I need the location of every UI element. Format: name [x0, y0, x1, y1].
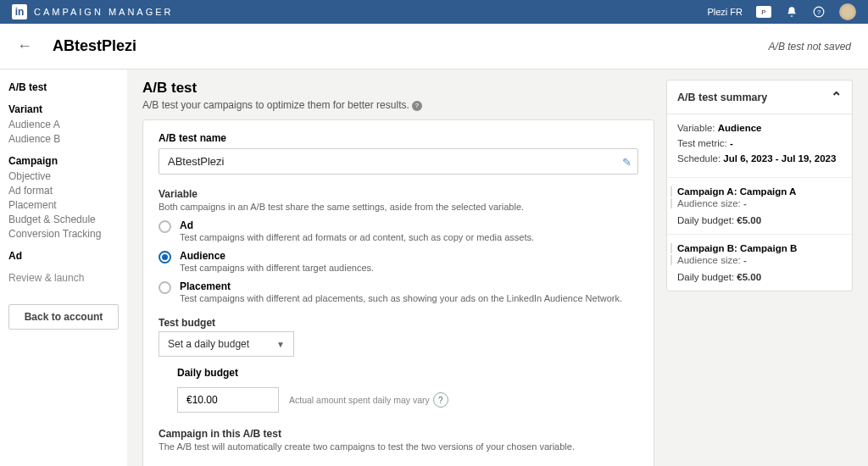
summary-metric: Test metric: - — [677, 138, 842, 148]
summary-campaign-b: Campaign B: Campaign B Audience size: - … — [667, 234, 852, 291]
budget-select-value: Set a daily budget — [168, 338, 249, 350]
topbar-right: Plezi FR P ? — [707, 3, 856, 20]
daily-budget-label: Daily budget — [177, 367, 638, 379]
sidebar-ab-test[interactable]: A/B test — [8, 81, 119, 93]
sidebar-campaign-head: Campaign — [8, 155, 119, 167]
sidebar-item-audience-a[interactable]: Audience A — [8, 119, 119, 130]
sidebar-item-conversion-tracking[interactable]: Conversion Tracking — [8, 228, 119, 240]
help-icon[interactable]: ? — [812, 5, 826, 19]
daily-budget-hint: Actual amount spent daily may vary ? — [289, 392, 448, 408]
radio-placement-icon[interactable] — [159, 281, 171, 294]
sidebar: A/B test Variant Audience A Audience B C… — [0, 69, 127, 466]
summary-schedule: Schedule: Jul 6, 2023 - Jul 19, 2023 — [677, 153, 842, 164]
summary-head[interactable]: A/B test summary ⌃ — [667, 80, 852, 114]
name-label: A/B test name — [159, 132, 638, 144]
radio-placement-label: Placement — [180, 280, 622, 292]
summary-camp-b-name: Campaign B: Campaign B — [670, 243, 842, 253]
radio-audience-icon[interactable] — [159, 251, 171, 264]
radio-audience[interactable]: Audience Test campaigns with different t… — [159, 250, 638, 273]
account-name[interactable]: Plezi FR — [707, 7, 743, 17]
summary-campaign-a: Campaign A: Campaign A Audience size: - … — [667, 177, 852, 234]
ab-test-name-input[interactable] — [159, 148, 638, 175]
radio-ad-label: Ad — [180, 219, 534, 231]
info-icon[interactable]: ? — [433, 392, 448, 408]
bell-icon[interactable] — [785, 5, 798, 19]
radio-ad-desc: Test campaigns with different ad formats… — [180, 232, 534, 242]
campaign-in-test-desc: The A/B test will automatically create t… — [159, 441, 638, 452]
back-arrow-icon[interactable]: ← — [17, 37, 32, 55]
sidebar-item-placement[interactable]: Placement — [8, 199, 119, 211]
linkedin-logo-icon[interactable]: in — [12, 4, 27, 19]
summary-camp-a-name: Campaign A: Campaign A — [670, 186, 842, 197]
sidebar-item-objective[interactable]: Objective — [8, 170, 119, 182]
variable-desc: Both campaigns in an A/B test share the … — [159, 202, 638, 212]
topbar: in CAMPAIGN MANAGER Plezi FR P ? — [0, 0, 868, 24]
avatar[interactable] — [839, 3, 856, 20]
edit-icon[interactable]: ✎ — [622, 155, 632, 168]
main-area: A/B test A/B test your campaigns to opti… — [127, 69, 868, 466]
budget-head: Test budget — [159, 317, 638, 329]
help-tooltip-icon[interactable]: ? — [412, 101, 422, 111]
subheader: ← ABtestPlezi A/B test not saved — [0, 24, 868, 69]
radio-ad[interactable]: Ad Test campaigns with different ad form… — [159, 219, 638, 242]
radio-placement-desc: Test campaigns with different ad placeme… — [180, 293, 622, 303]
campaign-in-test-head: Campaign in this A/B test — [159, 428, 638, 440]
main-subtitle: A/B test your campaigns to optimize them… — [142, 99, 654, 111]
summary-title: A/B test summary — [677, 92, 767, 103]
back-to-account-button[interactable]: Back to account — [8, 304, 119, 330]
ab-test-panel: A/B test name ✎ Variable Both campaigns … — [142, 119, 654, 466]
svg-text:?: ? — [817, 8, 821, 16]
radio-placement[interactable]: Placement Test campaigns with different … — [159, 280, 638, 303]
sidebar-item-audience-b[interactable]: Audience B — [8, 133, 119, 145]
main-title: A/B test — [142, 80, 654, 97]
sidebar-review-launch[interactable]: Review & launch — [8, 272, 119, 284]
chevron-down-icon: ▼ — [276, 340, 285, 349]
summary-variable: Variable: Audience — [677, 123, 842, 133]
variable-head: Variable — [159, 188, 638, 200]
app-title: CAMPAIGN MANAGER — [34, 7, 174, 17]
page-title: ABtestPlezi — [53, 37, 136, 55]
sidebar-ad-head[interactable]: Ad — [8, 250, 119, 262]
sidebar-variant-head: Variant — [8, 103, 119, 115]
account-badge-icon[interactable]: P — [756, 6, 771, 18]
radio-audience-desc: Test campaigns with different target aud… — [180, 263, 374, 273]
topbar-left: in CAMPAIGN MANAGER — [12, 4, 174, 19]
radio-audience-label: Audience — [180, 250, 374, 262]
sidebar-item-budget-schedule[interactable]: Budget & Schedule — [8, 214, 119, 225]
daily-budget-input[interactable] — [177, 387, 279, 413]
ab-test-summary-panel: A/B test summary ⌃ Variable: Audience Te… — [666, 80, 853, 291]
save-status: A/B test not saved — [769, 41, 851, 53]
radio-ad-icon[interactable] — [159, 220, 171, 233]
budget-select[interactable]: Set a daily budget ▼ — [159, 331, 294, 357]
sidebar-item-ad-format[interactable]: Ad format — [8, 185, 119, 197]
chevron-up-icon[interactable]: ⌃ — [831, 89, 842, 105]
